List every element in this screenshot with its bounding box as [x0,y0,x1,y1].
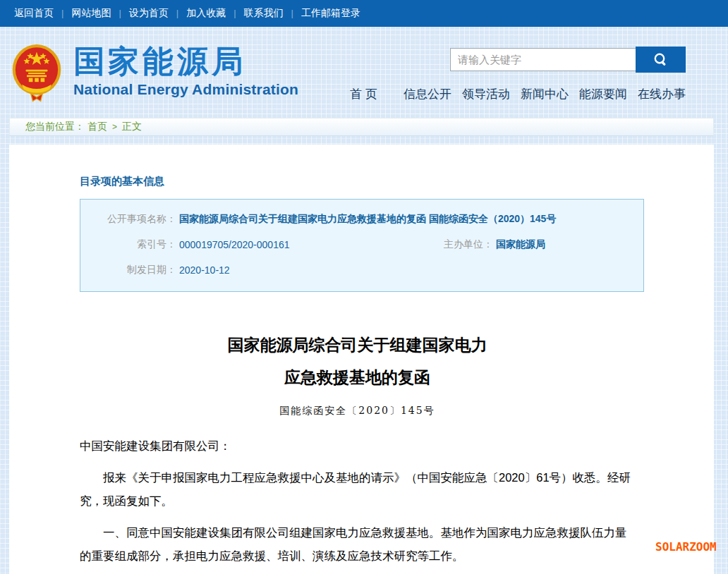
site-header: 国家能源局 National Energy Administration 首 页… [0,27,728,118]
document-body: 中国安能建设集团有限公司：报来《关于申报国家电力工程应急救援中心及基地的请示》（… [80,434,635,574]
search-icon [653,51,669,68]
document-paragraph: 一、同意中国安能建设集团有限公司组建国家电力应急救援基地。基地作为国家电力应急救… [80,521,635,568]
info-org-label: 主办单位： [396,232,493,257]
nav-item[interactable]: 新闻中心 [521,86,569,102]
document-title-line1: 国家能源局综合司关于组建国家电力 [80,329,635,361]
document-paragraph: 报来《关于申报国家电力工程应急救援中心及基地的请示》（中国安能应急〔2020〕6… [80,466,635,513]
nav-item[interactable]: 信息公开 [404,86,451,102]
info-org-value: 国家能源局 [493,232,643,257]
nav-item[interactable]: 在线办事 [638,86,686,102]
breadcrumb-prefix: 您当前位置： [25,121,85,133]
topbar-link[interactable]: 返回首页 [14,7,54,20]
search-box [450,47,686,73]
nav-item[interactable]: 首 页 [350,86,377,102]
breadcrumb-current: 正文 [122,121,142,133]
topbar-link[interactable]: 工作邮箱登录 [284,7,360,20]
search-button[interactable] [636,47,686,73]
info-date-label: 制发日期： [80,257,176,283]
solarzoom-watermark: SOLARZOOM [655,540,717,554]
main-navigation: 首 页信息公开领导活动新闻中心能源要闻在线办事 [350,86,686,102]
nea-webpage: { "topbar": { "links": ["返回首页", "网站地图", … [0,0,728,574]
info-date-value: 2020-10-12 [176,257,643,283]
info-name-label: 公开事项名称： [80,207,176,232]
breadcrumb-separator: > [112,122,117,132]
info-name-value: 国家能源局综合司关于组建国家电力应急救援基地的复函 国能综函安全（2020）14… [176,207,643,232]
nav-item[interactable]: 能源要闻 [579,86,627,102]
site-name-cn: 国家能源局 [73,44,298,79]
topbar-link[interactable]: 联系我们 [226,7,283,20]
breadcrumb: 您当前位置： 首页 > 正文 [9,118,714,136]
document-title-line2: 应急救援基地的复函 [80,361,635,393]
topbar-link[interactable]: 网站地图 [54,7,111,20]
info-index-value: 000019705/2020-000161 [176,232,396,257]
national-emblem-logo [12,44,61,104]
site-name-en: National Energy Administration [73,81,298,98]
site-title: 国家能源局 National Energy Administration [73,44,298,98]
top-link-bar: 返回首页网站地图设为首页加入收藏联系我们工作邮箱登录 [0,0,728,27]
document-number: 国能综函安全〔2020〕145号 [80,405,635,417]
info-section-heading: 目录项的基本信息 [80,175,635,188]
nav-item[interactable]: 领导活动 [462,86,510,102]
topbar-link[interactable]: 加入收藏 [169,7,226,20]
search-input[interactable] [450,48,636,71]
document-title: 国家能源局综合司关于组建国家电力 应急救援基地的复函 [80,329,635,393]
breadcrumb-home-link[interactable]: 首页 [87,121,107,133]
content-panel: 目录项的基本信息 公开事项名称： 国家能源局综合司关于组建国家电力应急救援基地的… [9,145,714,574]
info-index-label: 索引号： [80,232,176,257]
document-paragraph: 中国安能建设集团有限公司： [80,434,635,458]
document-info-table: 公开事项名称： 国家能源局综合司关于组建国家电力应急救援基地的复函 国能综函安全… [80,199,644,292]
topbar-link[interactable]: 设为首页 [111,7,168,20]
